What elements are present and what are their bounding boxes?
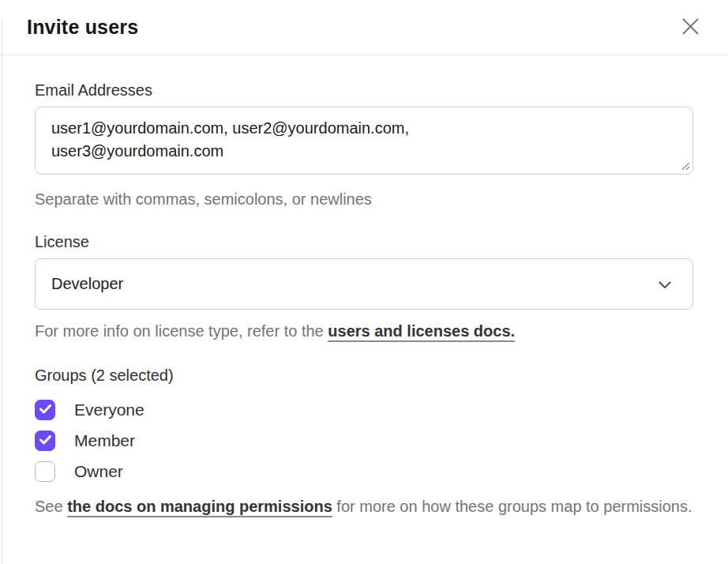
groups-helper-prefix: See [35,498,67,515]
checkbox-everyone[interactable] [35,400,55,420]
license-helper-text: For more info on license type, refer to … [35,320,693,343]
license-label: License [35,233,693,250]
modal-left-edge [2,19,2,564]
group-row-member[interactable]: Member [35,425,693,456]
groups-label: Groups (2 selected) [35,367,693,384]
checkbox-member[interactable] [35,431,55,451]
modal-title: Invite users [27,16,138,39]
close-button[interactable] [677,15,703,40]
group-label-owner[interactable]: Owner [74,462,123,481]
group-row-everyone[interactable]: Everyone [35,394,693,425]
checkbox-owner[interactable] [35,461,55,482]
chevron-down-icon [658,275,672,293]
group-row-owner[interactable]: Owner [35,456,693,487]
license-select[interactable]: Developer [35,258,693,310]
license-helper-prefix: For more info on license type, refer to … [35,322,328,340]
email-helper-text: Separate with commas, semicolons, or new… [35,188,693,211]
managing-permissions-docs-link[interactable]: the docs on managing permissions [67,498,332,515]
groups-helper-suffix: for more on how these groups map to perm… [332,498,692,515]
license-selected-value: Developer [51,275,123,293]
groups-checkbox-list: Everyone Member [35,394,693,487]
modal-header: Invite users [0,0,728,55]
check-icon [39,403,51,417]
groups-helper-text: See the docs on managing permissions for… [35,495,693,518]
group-label-everyone[interactable]: Everyone [74,400,144,419]
close-icon [681,17,700,38]
check-icon [39,434,51,448]
users-and-licenses-docs-link[interactable]: users and licenses docs. [328,322,515,340]
email-addresses-label: Email Addresses [35,81,693,99]
invite-users-form: Email Addresses user1@yourdomain.com, us… [0,55,728,518]
group-label-member[interactable]: Member [74,431,135,450]
email-addresses-input[interactable]: user1@yourdomain.com, user2@yourdomain.c… [35,107,693,175]
